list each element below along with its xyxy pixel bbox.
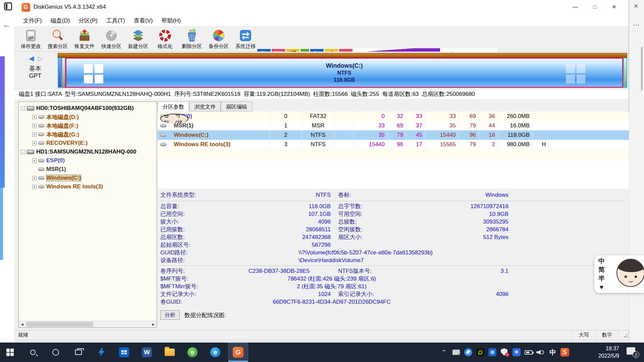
snowflake-tray-icon[interactable]: ❄: [511, 346, 523, 359]
close-button[interactable]: ✕: [604, 1, 624, 13]
tree-item-label: 本地磁盘(G:): [46, 131, 79, 138]
save-changes-button[interactable]: 保存更改: [17, 27, 44, 51]
tree-item-esp[interactable]: + ESP(0): [19, 156, 157, 165]
table-row-windows-re[interactable]: Windows RE tools(3) 3 NTFS 15440 96 17 1…: [158, 140, 629, 149]
edge-button[interactable]: e: [205, 343, 225, 362]
cortana-button[interactable]: [46, 343, 66, 362]
prev-disk-arrow-icon[interactable]: ◀: [29, 55, 34, 62]
tree-item-windows-c[interactable]: + Windows(C:): [19, 174, 157, 182]
tree-item-local-g[interactable]: + 本地磁盘(G:): [19, 130, 157, 139]
scrollbar-thumb[interactable]: [26, 322, 93, 327]
detail-row-volume-guid: 卷GUID: 66D9C7F6-8231-4D34-AD67-201D26DC9…: [160, 298, 629, 306]
menu-item-tools[interactable]: 工具(T): [102, 15, 129, 26]
table-row-esp[interactable]: ESP(0) 0 FAT32 0 32 33 33 69 36 260.0MB: [158, 112, 629, 121]
quick-partition-button[interactable]: 快速分区: [98, 27, 125, 51]
action-center-button[interactable]: 2: [627, 347, 637, 356]
tree-item-local-d[interactable]: + 本地磁盘(D:): [19, 113, 157, 121]
backup-partition-button[interactable]: 备份分区: [205, 27, 232, 51]
task-view-button[interactable]: [68, 343, 89, 362]
next-disk-arrow-icon[interactable]: ▷: [38, 55, 43, 62]
sogou-tray-icon[interactable]: S: [559, 346, 571, 359]
nvidia-tray-icon[interactable]: [474, 346, 486, 359]
tab-partition-params[interactable]: 分区参数: [158, 102, 189, 111]
word-button[interactable]: W: [137, 343, 157, 362]
tree-item-label: RECOVERY(E:): [46, 140, 88, 146]
collapse-icon[interactable]: -: [21, 150, 25, 154]
delete-partition-button[interactable]: 删除分区: [178, 27, 205, 51]
tree-item-label: HD0:TOSHIBAMQ04ABF100(932GB): [36, 105, 134, 112]
tree-horizontal-scrollbar[interactable]: ◀ ▶: [19, 321, 157, 327]
system-migration-button[interactable]: 系统迁移: [232, 27, 259, 51]
security-shield-tray-icon[interactable]: ✕: [498, 346, 511, 359]
table-row-windows-c-selected[interactable]: Windows(C:) 2 NTFS 35 79 45 15440 96 16 …: [158, 130, 629, 140]
taskbar-search-button[interactable]: [23, 343, 43, 362]
background-window-strip2: [0, 188, 3, 260]
menu-item-disk[interactable]: 磁盘(D): [46, 15, 74, 26]
microsoft-store-button[interactable]: [114, 343, 134, 362]
col-seq-status[interactable]: 序号(状态): [172, 114, 186, 123]
file-explorer-button[interactable]: [160, 343, 180, 362]
table-row-msr[interactable]: MSR(1) 1 MSR 33 69 37 35 79 44 16.0MB: [158, 121, 629, 130]
taskbar-clock[interactable]: 18:37 2022/5/9: [582, 345, 619, 360]
menu-item-view[interactable]: 查看(V): [129, 15, 157, 26]
expand-icon[interactable]: +: [32, 185, 37, 189]
maximize-button[interactable]: □: [585, 1, 604, 13]
analyze-button[interactable]: 分析: [160, 310, 180, 320]
menu-item-help[interactable]: 帮助(H): [157, 15, 185, 26]
partition-block-esp[interactable]: [58, 58, 62, 88]
viewer-close-icon[interactable]: ✕: [634, 3, 638, 10]
ime-simplified[interactable]: 简: [598, 265, 605, 274]
new-partition-button[interactable]: 新建分区: [125, 27, 152, 51]
browser-green-button[interactable]: e: [182, 343, 203, 362]
ime-mode-cn[interactable]: 中: [598, 257, 605, 265]
ime-halfwidth[interactable]: 半: [598, 274, 605, 283]
detail-row: 总扇区数:247482368 扇区大小:512 Bytes: [160, 233, 629, 241]
tree-item-local-f[interactable]: + 本地磁盘(F:): [19, 121, 157, 130]
expand-icon[interactable]: +: [32, 176, 37, 180]
expand-icon[interactable]: +: [32, 132, 37, 137]
menu-item-file[interactable]: 文件(F): [19, 15, 46, 26]
partition-icon: [38, 185, 44, 188]
intel-graphics-tray-icon[interactable]: [486, 346, 498, 359]
menu-item-partition[interactable]: 分区(P): [74, 15, 102, 26]
partition-block-msr[interactable]: [62, 58, 65, 88]
scroll-left-icon[interactable]: ◀: [19, 321, 25, 327]
tree-item-recovery-e[interactable]: + RECOVERY(E:): [19, 139, 157, 147]
format-button[interactable]: 格式化: [152, 27, 178, 51]
disk-header-bar[interactable]: [58, 53, 627, 58]
expand-icon[interactable]: +: [32, 141, 37, 145]
resize-grip[interactable]: [618, 330, 629, 339]
table-header: 卷标 序号(状态) 文件系统 标识 起始柱面 磁头 扇区 终止柱面 磁头 扇区 …: [160, 114, 189, 124]
printer-tray-icon[interactable]: ✓: [450, 346, 462, 359]
expand-icon[interactable]: +: [32, 124, 37, 128]
ime-language-indicator[interactable]: 中: [547, 346, 559, 359]
tree-item-windows-re[interactable]: + Windows RE tools(3): [19, 182, 157, 191]
tree-item-hd1[interactable]: - HD1:SAMSUNGMZNLN128HAHQ-000: [19, 147, 157, 156]
tab-sector-edit[interactable]: 扇区编辑: [221, 102, 252, 111]
search-partition-button[interactable]: 搜索分区: [44, 27, 71, 51]
ime-floating-widget[interactable]: 中 简 半 ♥: [594, 255, 644, 293]
windows-logo-faint: [566, 64, 585, 83]
collapse-icon[interactable]: -: [21, 106, 25, 111]
diskgenius-taskbar-button[interactable]: G: [228, 343, 248, 362]
tray-expand-icon[interactable]: ⌃: [438, 346, 450, 359]
tree-item-hd0[interactable]: - HD0:TOSHIBAMQ04ABF100(932GB): [19, 104, 157, 113]
back-arrow-icon[interactable]: ←: [3, 20, 11, 29]
battery-tray-icon[interactable]: [523, 346, 535, 359]
start-button[interactable]: [0, 343, 20, 362]
bird-app-tray-icon[interactable]: [462, 346, 474, 359]
tab-browse-files[interactable]: 浏览文件: [189, 102, 221, 111]
volume-tray-icon[interactable]: [535, 346, 547, 359]
app-lightning-button[interactable]: [91, 343, 111, 362]
disk-icon: [27, 150, 34, 154]
expand-icon[interactable]: +: [32, 159, 37, 163]
scrollbar-thumb[interactable]: [641, 47, 643, 90]
partition-block-windows-c[interactable]: Windows(C:) NTFS 118.0GB: [65, 58, 623, 88]
expand-icon[interactable]: +: [32, 115, 37, 119]
more-options-icon[interactable]: ⋯: [633, 21, 640, 29]
scroll-right-icon[interactable]: ▶: [150, 321, 157, 327]
partition-block-re-tools[interactable]: [623, 58, 627, 88]
tree-item-msr[interactable]: MSR(1): [19, 165, 157, 174]
minimize-button[interactable]: —: [566, 1, 585, 13]
recover-files-button[interactable]: 恢复文件: [71, 27, 98, 51]
